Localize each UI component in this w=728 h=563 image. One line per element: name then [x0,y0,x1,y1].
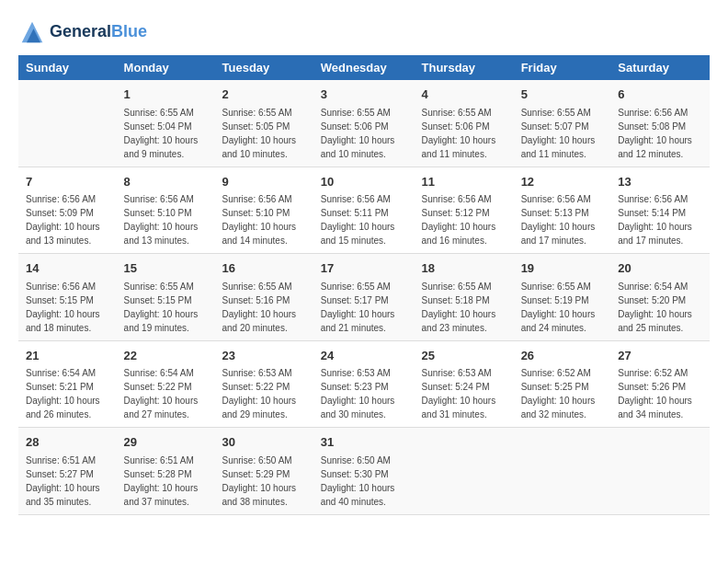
day-info: Sunrise: 6:55 AMSunset: 5:17 PMDaylight:… [321,280,407,335]
day-number: 27 [618,347,702,365]
day-number: 24 [321,347,407,365]
week-row-4: 21Sunrise: 6:54 AMSunset: 5:21 PMDayligh… [18,340,710,428]
calendar-cell: 14Sunrise: 6:56 AMSunset: 5:15 PMDayligh… [18,254,117,341]
calendar-cell [18,80,117,167]
day-info: Sunrise: 6:55 AMSunset: 5:15 PMDaylight:… [124,280,208,335]
day-number: 5 [521,86,604,104]
day-info: Sunrise: 6:56 AMSunset: 5:11 PMDaylight:… [321,192,407,247]
week-row-1: 1Sunrise: 6:55 AMSunset: 5:04 PMDaylight… [18,80,710,167]
calendar-cell: 16Sunrise: 6:55 AMSunset: 5:16 PMDayligh… [215,254,313,341]
header-row: SundayMondayTuesdayWednesdayThursdayFrid… [18,55,710,80]
day-info: Sunrise: 6:52 AMSunset: 5:25 PMDaylight:… [521,366,604,421]
calendar-cell: 2Sunrise: 6:55 AMSunset: 5:05 PMDaylight… [215,80,313,167]
calendar-cell: 12Sunrise: 6:56 AMSunset: 5:13 PMDayligh… [514,167,611,254]
calendar-cell: 7Sunrise: 6:56 AMSunset: 5:09 PMDaylight… [18,167,117,254]
calendar-cell: 29Sunrise: 6:51 AMSunset: 5:28 PMDayligh… [117,428,215,515]
day-number: 26 [521,347,604,365]
day-info: Sunrise: 6:55 AMSunset: 5:07 PMDaylight:… [521,106,604,161]
day-number: 15 [124,259,208,278]
calendar-cell: 25Sunrise: 6:53 AMSunset: 5:24 PMDayligh… [415,340,514,428]
day-number: 20 [618,259,702,278]
calendar-cell: 15Sunrise: 6:55 AMSunset: 5:15 PMDayligh… [117,254,215,341]
day-number: 8 [124,173,208,191]
logo: GeneralBlue [18,18,147,46]
day-info: Sunrise: 6:50 AMSunset: 5:30 PMDaylight:… [321,454,407,509]
calendar-cell: 5Sunrise: 6:55 AMSunset: 5:07 PMDaylight… [514,80,611,167]
day-number: 29 [124,433,208,452]
column-header-sunday: Sunday [18,55,117,80]
day-info: Sunrise: 6:55 AMSunset: 5:16 PMDaylight:… [222,280,306,335]
day-number: 16 [222,259,306,278]
day-number: 6 [618,86,702,104]
day-info: Sunrise: 6:53 AMSunset: 5:23 PMDaylight:… [321,366,407,421]
day-info: Sunrise: 6:55 AMSunset: 5:06 PMDaylight:… [321,106,407,161]
day-info: Sunrise: 6:50 AMSunset: 5:29 PMDaylight:… [222,454,306,509]
calendar-cell: 23Sunrise: 6:53 AMSunset: 5:22 PMDayligh… [215,340,313,428]
day-info: Sunrise: 6:53 AMSunset: 5:22 PMDaylight:… [222,366,306,421]
week-row-2: 7Sunrise: 6:56 AMSunset: 5:09 PMDaylight… [18,167,710,254]
calendar-cell: 22Sunrise: 6:54 AMSunset: 5:22 PMDayligh… [117,340,215,428]
day-number: 1 [124,86,208,104]
day-info: Sunrise: 6:51 AMSunset: 5:27 PMDaylight:… [26,454,109,509]
day-number: 9 [222,173,306,191]
calendar-cell [610,428,710,515]
logo-text: GeneralBlue [50,22,147,42]
day-info: Sunrise: 6:53 AMSunset: 5:24 PMDaylight:… [422,366,506,421]
day-number: 31 [321,433,407,452]
calendar-cell [514,428,611,515]
day-number: 17 [321,259,407,278]
calendar-cell: 6Sunrise: 6:56 AMSunset: 5:08 PMDaylight… [610,80,710,167]
day-number: 13 [618,173,702,191]
calendar-cell: 27Sunrise: 6:52 AMSunset: 5:26 PMDayligh… [610,340,710,428]
calendar-cell [415,428,514,515]
logo-icon [18,18,46,46]
day-info: Sunrise: 6:55 AMSunset: 5:18 PMDaylight:… [422,280,506,335]
day-number: 10 [321,173,407,191]
day-info: Sunrise: 6:56 AMSunset: 5:12 PMDaylight:… [422,192,506,247]
day-info: Sunrise: 6:56 AMSunset: 5:15 PMDaylight:… [26,280,109,335]
calendar-cell: 13Sunrise: 6:56 AMSunset: 5:14 PMDayligh… [610,167,710,254]
column-header-friday: Friday [514,55,611,80]
day-number: 25 [422,347,506,365]
day-info: Sunrise: 6:56 AMSunset: 5:10 PMDaylight:… [222,192,306,247]
calendar-table: SundayMondayTuesdayWednesdayThursdayFrid… [18,55,710,515]
day-number: 7 [26,173,109,191]
day-info: Sunrise: 6:51 AMSunset: 5:28 PMDaylight:… [124,454,208,509]
page-header: GeneralBlue [18,18,710,46]
day-number: 4 [422,86,506,104]
day-info: Sunrise: 6:56 AMSunset: 5:09 PMDaylight:… [26,192,109,247]
calendar-cell: 1Sunrise: 6:55 AMSunset: 5:04 PMDaylight… [117,80,215,167]
week-row-5: 28Sunrise: 6:51 AMSunset: 5:27 PMDayligh… [18,428,710,515]
calendar-cell: 26Sunrise: 6:52 AMSunset: 5:25 PMDayligh… [514,340,611,428]
day-info: Sunrise: 6:56 AMSunset: 5:08 PMDaylight:… [618,106,702,161]
week-row-3: 14Sunrise: 6:56 AMSunset: 5:15 PMDayligh… [18,254,710,341]
day-number: 23 [222,347,306,365]
day-info: Sunrise: 6:54 AMSunset: 5:21 PMDaylight:… [26,366,109,421]
calendar-cell: 21Sunrise: 6:54 AMSunset: 5:21 PMDayligh… [18,340,117,428]
day-number: 14 [26,259,109,278]
day-number: 30 [222,433,306,452]
calendar-cell: 9Sunrise: 6:56 AMSunset: 5:10 PMDaylight… [215,167,313,254]
calendar-cell: 20Sunrise: 6:54 AMSunset: 5:20 PMDayligh… [610,254,710,341]
day-info: Sunrise: 6:52 AMSunset: 5:26 PMDaylight:… [618,366,702,421]
calendar-cell: 17Sunrise: 6:55 AMSunset: 5:17 PMDayligh… [313,254,415,341]
day-number: 19 [521,259,604,278]
calendar-cell: 3Sunrise: 6:55 AMSunset: 5:06 PMDaylight… [313,80,415,167]
calendar-cell: 18Sunrise: 6:55 AMSunset: 5:18 PMDayligh… [415,254,514,341]
day-info: Sunrise: 6:56 AMSunset: 5:13 PMDaylight:… [521,192,604,247]
day-number: 11 [422,173,506,191]
day-info: Sunrise: 6:54 AMSunset: 5:22 PMDaylight:… [124,366,208,421]
column-header-saturday: Saturday [610,55,710,80]
day-info: Sunrise: 6:56 AMSunset: 5:14 PMDaylight:… [618,192,702,247]
day-info: Sunrise: 6:56 AMSunset: 5:10 PMDaylight:… [124,192,208,247]
calendar-cell: 11Sunrise: 6:56 AMSunset: 5:12 PMDayligh… [415,167,514,254]
calendar-cell: 30Sunrise: 6:50 AMSunset: 5:29 PMDayligh… [215,428,313,515]
day-number: 3 [321,86,407,104]
day-number: 22 [124,347,208,365]
calendar-cell: 28Sunrise: 6:51 AMSunset: 5:27 PMDayligh… [18,428,117,515]
column-header-wednesday: Wednesday [313,55,415,80]
day-info: Sunrise: 6:55 AMSunset: 5:06 PMDaylight:… [422,106,506,161]
calendar-cell: 8Sunrise: 6:56 AMSunset: 5:10 PMDaylight… [117,167,215,254]
day-number: 28 [26,433,109,452]
day-number: 12 [521,173,604,191]
